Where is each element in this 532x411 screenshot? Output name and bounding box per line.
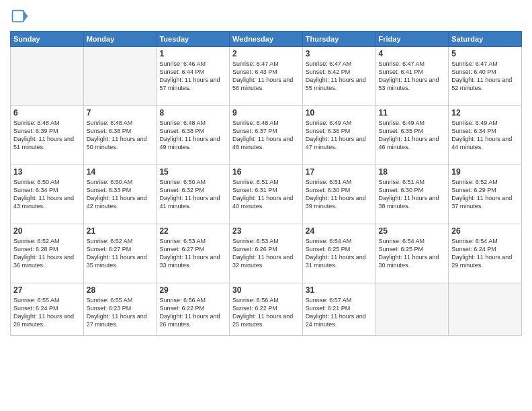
cell-info: Sunrise: 6:49 AM Sunset: 6:35 PM Dayligh… — [379, 119, 446, 152]
calendar-cell: 9Sunrise: 6:48 AM Sunset: 6:37 PM Daylig… — [230, 106, 303, 165]
cell-info: Sunrise: 6:50 AM Sunset: 6:32 PM Dayligh… — [159, 178, 226, 211]
calendar-cell: 21Sunrise: 6:52 AM Sunset: 6:27 PM Dayli… — [83, 224, 157, 283]
cell-info: Sunrise: 6:50 AM Sunset: 6:34 PM Dayligh… — [13, 178, 81, 211]
day-number: 31 — [306, 285, 373, 295]
calendar-cell: 3Sunrise: 6:47 AM Sunset: 6:42 PM Daylig… — [302, 47, 375, 106]
logo — [10, 7, 32, 26]
calendar-week-row: 6Sunrise: 6:48 AM Sunset: 6:39 PM Daylig… — [11, 106, 522, 165]
day-number: 10 — [306, 108, 373, 118]
cell-info: Sunrise: 6:52 AM Sunset: 6:29 PM Dayligh… — [451, 178, 519, 211]
day-number: 21 — [87, 226, 154, 236]
day-number: 7 — [87, 108, 154, 118]
calendar-cell: 31Sunrise: 6:57 AM Sunset: 6:21 PM Dayli… — [302, 283, 375, 336]
day-number: 22 — [159, 226, 226, 236]
calendar-cell: 28Sunrise: 6:55 AM Sunset: 6:23 PM Dayli… — [83, 283, 157, 336]
page: SundayMondayTuesdayWednesdayThursdayFrid… — [0, 0, 532, 411]
calendar-cell: 6Sunrise: 6:48 AM Sunset: 6:39 PM Daylig… — [11, 106, 84, 165]
cell-info: Sunrise: 6:48 AM Sunset: 6:38 PM Dayligh… — [159, 119, 226, 152]
calendar-cell: 11Sunrise: 6:49 AM Sunset: 6:35 PM Dayli… — [375, 106, 449, 165]
cell-info: Sunrise: 6:49 AM Sunset: 6:34 PM Dayligh… — [451, 119, 519, 152]
cell-info: Sunrise: 6:48 AM Sunset: 6:38 PM Dayligh… — [87, 119, 154, 152]
calendar-week-row: 13Sunrise: 6:50 AM Sunset: 6:34 PM Dayli… — [11, 165, 522, 224]
cell-info: Sunrise: 6:52 AM Sunset: 6:27 PM Dayligh… — [87, 237, 154, 270]
day-number: 19 — [451, 167, 519, 177]
calendar-cell — [83, 47, 157, 106]
weekday-header-saturday: Saturday — [449, 32, 522, 47]
calendar-cell: 27Sunrise: 6:55 AM Sunset: 6:24 PM Dayli… — [11, 283, 84, 336]
day-number: 25 — [379, 226, 446, 236]
calendar-cell: 14Sunrise: 6:50 AM Sunset: 6:33 PM Dayli… — [83, 165, 157, 224]
cell-info: Sunrise: 6:50 AM Sunset: 6:33 PM Dayligh… — [87, 178, 154, 211]
day-number: 8 — [159, 108, 226, 118]
day-number: 6 — [13, 108, 81, 118]
day-number: 30 — [232, 285, 300, 295]
weekday-header-friday: Friday — [375, 32, 449, 47]
calendar-cell: 17Sunrise: 6:51 AM Sunset: 6:30 PM Dayli… — [302, 165, 375, 224]
cell-info: Sunrise: 6:47 AM Sunset: 6:43 PM Dayligh… — [232, 60, 300, 93]
cell-info: Sunrise: 6:47 AM Sunset: 6:40 PM Dayligh… — [451, 60, 519, 93]
calendar-cell: 18Sunrise: 6:51 AM Sunset: 6:30 PM Dayli… — [375, 165, 449, 224]
calendar-cell: 20Sunrise: 6:52 AM Sunset: 6:28 PM Dayli… — [11, 224, 84, 283]
cell-info: Sunrise: 6:52 AM Sunset: 6:28 PM Dayligh… — [13, 237, 81, 270]
weekday-header-monday: Monday — [83, 32, 157, 47]
calendar-cell: 10Sunrise: 6:49 AM Sunset: 6:36 PM Dayli… — [302, 106, 375, 165]
calendar-cell: 19Sunrise: 6:52 AM Sunset: 6:29 PM Dayli… — [449, 165, 522, 224]
day-number: 3 — [306, 49, 373, 58]
calendar-cell: 29Sunrise: 6:56 AM Sunset: 6:22 PM Dayli… — [157, 283, 230, 336]
day-number: 14 — [87, 167, 154, 177]
day-number: 13 — [13, 167, 81, 177]
calendar-cell — [375, 283, 449, 336]
cell-info: Sunrise: 6:53 AM Sunset: 6:26 PM Dayligh… — [232, 237, 300, 270]
day-number: 16 — [232, 167, 300, 177]
cell-info: Sunrise: 6:56 AM Sunset: 6:22 PM Dayligh… — [232, 296, 300, 329]
calendar-cell: 4Sunrise: 6:47 AM Sunset: 6:41 PM Daylig… — [375, 47, 449, 106]
calendar-cell: 16Sunrise: 6:51 AM Sunset: 6:31 PM Dayli… — [230, 165, 303, 224]
calendar-cell: 26Sunrise: 6:54 AM Sunset: 6:24 PM Dayli… — [449, 224, 522, 283]
calendar-cell: 2Sunrise: 6:47 AM Sunset: 6:43 PM Daylig… — [230, 47, 303, 106]
cell-info: Sunrise: 6:47 AM Sunset: 6:41 PM Dayligh… — [379, 60, 446, 93]
day-number: 23 — [232, 226, 300, 236]
weekday-header-sunday: Sunday — [11, 32, 84, 47]
cell-info: Sunrise: 6:47 AM Sunset: 6:42 PM Dayligh… — [306, 60, 373, 93]
day-number: 28 — [87, 285, 154, 295]
weekday-header-tuesday: Tuesday — [157, 32, 230, 47]
logo-icon — [10, 7, 29, 26]
calendar-week-row: 20Sunrise: 6:52 AM Sunset: 6:28 PM Dayli… — [11, 224, 522, 283]
header — [10, 7, 522, 26]
cell-info: Sunrise: 6:49 AM Sunset: 6:36 PM Dayligh… — [306, 119, 373, 152]
day-number: 26 — [451, 226, 519, 236]
day-number: 17 — [306, 167, 373, 177]
day-number: 1 — [159, 49, 226, 58]
cell-info: Sunrise: 6:54 AM Sunset: 6:25 PM Dayligh… — [306, 237, 373, 270]
cell-info: Sunrise: 6:55 AM Sunset: 6:23 PM Dayligh… — [87, 296, 154, 329]
cell-info: Sunrise: 6:48 AM Sunset: 6:39 PM Dayligh… — [13, 119, 81, 152]
cell-info: Sunrise: 6:55 AM Sunset: 6:24 PM Dayligh… — [13, 296, 81, 329]
cell-info: Sunrise: 6:51 AM Sunset: 6:30 PM Dayligh… — [306, 178, 373, 211]
cell-info: Sunrise: 6:56 AM Sunset: 6:22 PM Dayligh… — [159, 296, 226, 329]
calendar-cell: 13Sunrise: 6:50 AM Sunset: 6:34 PM Dayli… — [11, 165, 84, 224]
weekday-header-row: SundayMondayTuesdayWednesdayThursdayFrid… — [11, 32, 522, 47]
day-number: 27 — [13, 285, 81, 295]
calendar-cell — [449, 283, 522, 336]
weekday-header-thursday: Thursday — [302, 32, 375, 47]
weekday-header-wednesday: Wednesday — [230, 32, 303, 47]
cell-info: Sunrise: 6:51 AM Sunset: 6:31 PM Dayligh… — [232, 178, 300, 211]
cell-info: Sunrise: 6:57 AM Sunset: 6:21 PM Dayligh… — [306, 296, 373, 329]
day-number: 4 — [379, 49, 446, 58]
calendar-cell: 1Sunrise: 6:46 AM Sunset: 6:44 PM Daylig… — [157, 47, 230, 106]
calendar-cell: 7Sunrise: 6:48 AM Sunset: 6:38 PM Daylig… — [83, 106, 157, 165]
svg-rect-1 — [13, 11, 24, 22]
calendar-cell: 5Sunrise: 6:47 AM Sunset: 6:40 PM Daylig… — [449, 47, 522, 106]
day-number: 18 — [379, 167, 446, 177]
calendar-cell: 30Sunrise: 6:56 AM Sunset: 6:22 PM Dayli… — [230, 283, 303, 336]
day-number: 5 — [451, 49, 519, 58]
calendar-cell: 12Sunrise: 6:49 AM Sunset: 6:34 PM Dayli… — [449, 106, 522, 165]
cell-info: Sunrise: 6:48 AM Sunset: 6:37 PM Dayligh… — [232, 119, 300, 152]
calendar-cell: 22Sunrise: 6:53 AM Sunset: 6:27 PM Dayli… — [157, 224, 230, 283]
cell-info: Sunrise: 6:54 AM Sunset: 6:25 PM Dayligh… — [379, 237, 446, 270]
day-number: 9 — [232, 108, 300, 118]
day-number: 15 — [159, 167, 226, 177]
day-number: 24 — [306, 226, 373, 236]
cell-info: Sunrise: 6:53 AM Sunset: 6:27 PM Dayligh… — [159, 237, 226, 270]
day-number: 12 — [451, 108, 519, 118]
